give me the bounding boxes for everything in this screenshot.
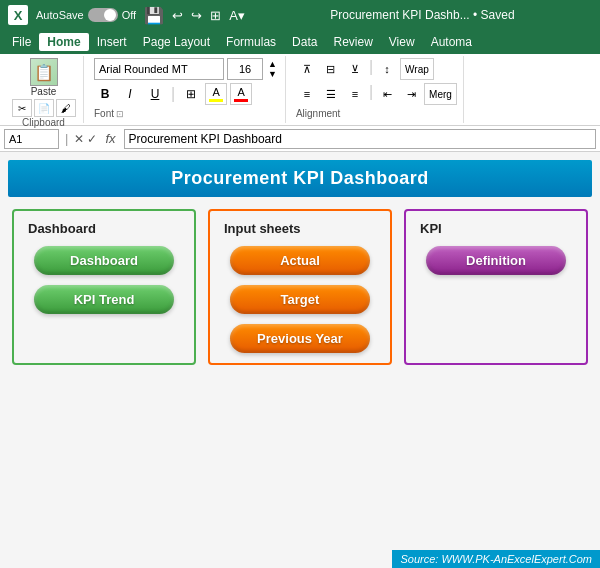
- definition-button[interactable]: Definition: [426, 246, 566, 275]
- formula-bar: | ✕ ✓ fx: [0, 126, 600, 152]
- toggle-knob: [104, 9, 116, 21]
- title-bar: X AutoSave Off 💾 ↩ ↪ ⊞ A▾ Procurement KP…: [0, 0, 600, 30]
- clipboard-label: Clipboard: [22, 117, 65, 129]
- menu-file[interactable]: File: [4, 33, 39, 51]
- merge-button[interactable]: Merg: [424, 83, 457, 105]
- align-right-button[interactable]: ≡: [344, 83, 366, 105]
- menu-automate[interactable]: Automa: [423, 33, 480, 51]
- clipboard-section: 📋 Paste ✂ 📄 🖌 Clipboard: [4, 56, 84, 123]
- clipboard-area: 📋 Paste ✂ 📄 🖌: [12, 58, 76, 117]
- menu-view[interactable]: View: [381, 33, 423, 51]
- font-color-button[interactable]: A: [230, 83, 252, 105]
- align-bottom-button[interactable]: ⊻: [344, 58, 366, 80]
- input-sheets-card: Input sheets Actual Target Previous Year: [208, 209, 392, 365]
- excel-logo: X: [8, 5, 28, 25]
- cell-reference-input[interactable]: [4, 129, 59, 149]
- source-text: Source: WWW.PK-AnExcelExpert.Com: [400, 553, 592, 565]
- input-sheets-card-title: Input sheets: [220, 221, 301, 236]
- font-section: ▲ ▼ B I U | ⊞ A A Font ⊡: [88, 56, 286, 123]
- autosave-label: AutoSave: [36, 9, 84, 21]
- menu-formulas[interactable]: Formulas: [218, 33, 284, 51]
- font-name-input[interactable]: [94, 58, 224, 80]
- font-color-icon[interactable]: A▾: [229, 8, 245, 23]
- clipboard-extras: ✂ 📄 🖌: [12, 99, 76, 117]
- font-format-row: B I U | ⊞ A A: [94, 83, 279, 105]
- toggle-state: Off: [122, 9, 136, 21]
- alignment-label: Alignment: [296, 108, 457, 119]
- confirm-formula-icon[interactable]: ✓: [87, 132, 97, 146]
- cards-area: Dashboard Dashboard KPI Trend Input shee…: [0, 197, 600, 373]
- font-size-arrows: ▲ ▼: [266, 59, 279, 79]
- kpi-card-title: KPI: [416, 221, 442, 236]
- menu-data[interactable]: Data: [284, 33, 325, 51]
- dashboard-card: Dashboard Dashboard KPI Trend: [12, 209, 196, 365]
- bold-button[interactable]: B: [94, 83, 116, 105]
- border-button[interactable]: ⊞: [180, 83, 202, 105]
- autosave-area: AutoSave Off: [36, 8, 136, 22]
- kpi-header: Procurement KPI Dashboard: [8, 160, 592, 197]
- increase-indent-button[interactable]: ⇥: [400, 83, 422, 105]
- fx-label: fx: [101, 131, 119, 146]
- align-left-button[interactable]: ≡: [296, 83, 318, 105]
- font-size-input[interactable]: [227, 58, 263, 80]
- alignment-section: ⊼ ⊟ ⊻ | ↕ Wrap ≡ ☰ ≡ | ⇤ ⇥ Merg Alignmen…: [290, 56, 464, 123]
- previous-year-button[interactable]: Previous Year: [230, 324, 370, 353]
- target-button[interactable]: Target: [230, 285, 370, 314]
- cut-button[interactable]: ✂: [12, 99, 32, 117]
- font-size-increase[interactable]: ▲: [266, 59, 279, 69]
- menu-insert[interactable]: Insert: [89, 33, 135, 51]
- kpi-trend-button[interactable]: KPI Trend: [34, 285, 174, 314]
- dashboard-button[interactable]: Dashboard: [34, 246, 174, 275]
- align-row-bottom: ≡ ☰ ≡ | ⇤ ⇥ Merg: [296, 83, 457, 105]
- formula-input[interactable]: [124, 129, 596, 149]
- underline-button[interactable]: U: [144, 83, 166, 105]
- align-center-button[interactable]: ☰: [320, 83, 342, 105]
- dashboard-card-title: Dashboard: [24, 221, 96, 236]
- ribbon-menu: File Home Insert Page Layout Formulas Da…: [0, 30, 600, 54]
- source-footer: Source: WWW.PK-AnExcelExpert.Com: [392, 550, 600, 568]
- actual-button[interactable]: Actual: [230, 246, 370, 275]
- font-size-decrease[interactable]: ▼: [266, 69, 279, 79]
- paste-label: Paste: [31, 86, 57, 97]
- undo-icon[interactable]: ↩: [172, 8, 183, 23]
- paste-button[interactable]: 📋 Paste: [30, 58, 58, 97]
- text-direction-button[interactable]: ↕: [376, 58, 398, 80]
- format-painter-button[interactable]: 🖌: [56, 99, 76, 117]
- kpi-header-text: Procurement KPI Dashboard: [171, 168, 429, 188]
- wrap-button[interactable]: Wrap: [400, 58, 434, 80]
- italic-button[interactable]: I: [119, 83, 141, 105]
- autosave-toggle[interactable]: [88, 8, 118, 22]
- paste-icon: 📋: [30, 58, 58, 86]
- toolbar: 📋 Paste ✂ 📄 🖌 Clipboard ▲ ▼ B I U |: [0, 54, 600, 126]
- cancel-formula-icon[interactable]: ✕: [74, 132, 84, 146]
- menu-review[interactable]: Review: [325, 33, 380, 51]
- kpi-card: KPI Definition: [404, 209, 588, 365]
- align-top-button[interactable]: ⊼: [296, 58, 318, 80]
- doc-title: Procurement KPI Dashb... • Saved: [253, 8, 592, 22]
- align-row-top: ⊼ ⊟ ⊻ | ↕ Wrap: [296, 58, 457, 80]
- fill-color-button[interactable]: A: [205, 83, 227, 105]
- copy-button[interactable]: 📄: [34, 99, 54, 117]
- font-name-row: ▲ ▼: [94, 58, 279, 80]
- save-icon[interactable]: 💾: [144, 6, 164, 25]
- table-icon[interactable]: ⊞: [210, 8, 221, 23]
- align-middle-button[interactable]: ⊟: [320, 58, 342, 80]
- font-label: Font ⊡: [94, 108, 279, 119]
- redo-icon[interactable]: ↪: [191, 8, 202, 23]
- formula-check-cancel: ✕ ✓: [74, 132, 97, 146]
- menu-page-layout[interactable]: Page Layout: [135, 33, 218, 51]
- formula-divider: |: [63, 131, 70, 146]
- decrease-indent-button[interactable]: ⇤: [376, 83, 398, 105]
- menu-home[interactable]: Home: [39, 33, 88, 51]
- main-content: Procurement KPI Dashboard Dashboard Dash…: [0, 152, 600, 568]
